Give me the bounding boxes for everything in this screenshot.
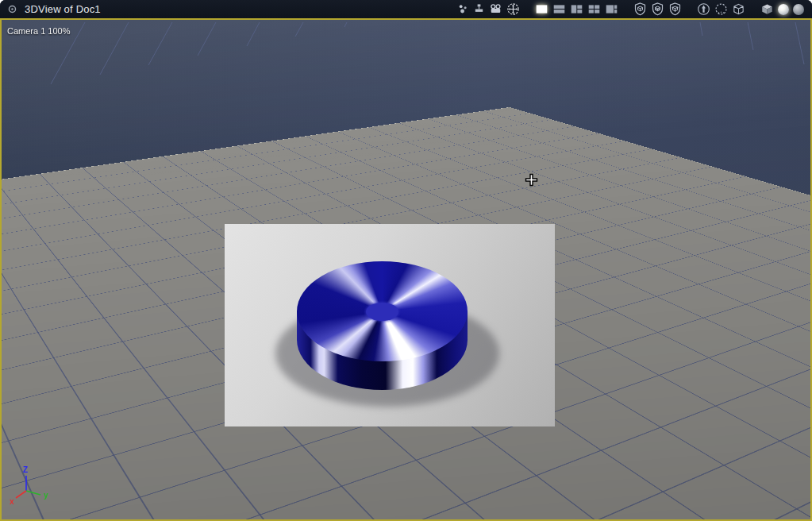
- layout-three-pane-icon[interactable]: [570, 2, 583, 16]
- layout-single-icon[interactable]: [535, 2, 548, 16]
- viewport-3d-canvas[interactable]: Camera 1 100% Z y x: [0, 18, 812, 521]
- layout-mixed-icon[interactable]: [605, 2, 618, 16]
- axis-y-label: y: [44, 491, 48, 500]
- camera-name-label: Camera 1 100%: [7, 26, 71, 36]
- hierarchy-icon[interactable]: [473, 3, 485, 15]
- show-normals-icon[interactable]: [697, 2, 710, 16]
- display-wireframe-icon[interactable]: [732, 2, 745, 16]
- axis-z-label: Z: [23, 465, 28, 474]
- axis-x-label: x: [10, 497, 14, 506]
- disc-center-cap: [366, 303, 398, 321]
- window-collapse-icon[interactable]: [8, 5, 17, 14]
- 3d-view-window: 3DView of Doc1: [0, 0, 812, 521]
- display-textured-icon[interactable]: [793, 4, 804, 15]
- render-preview-image: [225, 224, 555, 426]
- window-title: 3DView of Doc1: [25, 3, 101, 15]
- camera-icon[interactable]: [489, 2, 502, 16]
- viewport-toolbar: [457, 2, 804, 16]
- shield-isoline-a-icon[interactable]: [633, 2, 647, 16]
- particles-icon[interactable]: [457, 3, 469, 15]
- show-points-icon[interactable]: [714, 2, 728, 16]
- axis-gizmo: Z y x: [3, 462, 59, 510]
- layout-split-horizontal-icon[interactable]: [552, 2, 566, 16]
- center-view-icon[interactable]: [506, 2, 520, 16]
- display-solid-box-icon[interactable]: [760, 2, 774, 16]
- display-smooth-icon[interactable]: [778, 4, 789, 15]
- shield-isoline-b-icon[interactable]: [651, 2, 664, 16]
- shield-isoline-c-icon[interactable]: [668, 2, 682, 16]
- title-bar: 3DView of Doc1: [0, 0, 812, 18]
- layout-four-grid-icon[interactable]: [587, 2, 601, 16]
